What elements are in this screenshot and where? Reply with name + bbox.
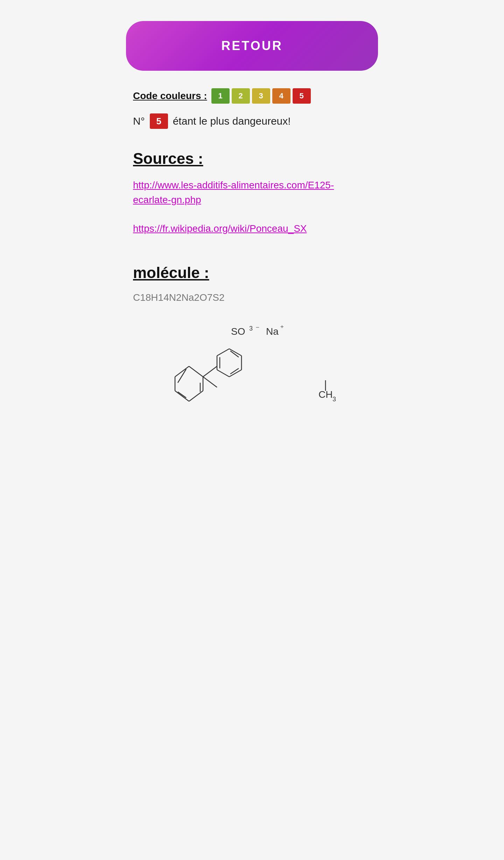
sources-section: Sources : http://www.les-additifs-alimen… — [133, 150, 371, 236]
color-boxes: 1 2 3 4 5 — [211, 88, 311, 104]
color-box-1: 1 — [211, 88, 230, 104]
svg-line-12 — [217, 349, 229, 356]
source-link-2[interactable]: https://fr.wikipedia.org/wiki/Ponceau_SX — [133, 221, 371, 236]
color-box-2: 2 — [232, 88, 250, 104]
svg-line-9 — [203, 366, 217, 377]
main-content: Code couleurs : 1 2 3 4 5 N° 5 étant le … — [119, 71, 385, 443]
color-code-section: Code couleurs : 1 2 3 4 5 — [133, 88, 371, 104]
color-box-4: 4 — [272, 88, 290, 104]
svg-line-10 — [203, 377, 217, 387]
svg-line-0 — [175, 391, 189, 401]
molecule-structure-svg: SO 3 ⁻ Na ⁺ CH 3 — [147, 317, 357, 436]
svg-text:⁺: ⁺ — [280, 324, 284, 332]
svg-line-6 — [178, 392, 186, 398]
svg-text:3: 3 — [332, 396, 336, 403]
molecule-section: molécule : C18H14N2Na2O7S2 — [133, 264, 371, 436]
retour-button[interactable]: RETOUR — [126, 21, 378, 71]
svg-text:Na: Na — [266, 326, 279, 337]
color-box-3: 3 — [252, 88, 270, 104]
sources-title: Sources : — [133, 150, 371, 167]
source-link-1[interactable]: http://www.les-additifs-alimentaires.com… — [133, 178, 371, 207]
molecule-image-container: SO 3 ⁻ Na ⁺ CH 3 — [133, 317, 371, 436]
svg-line-18 — [230, 368, 239, 374]
svg-line-5 — [189, 391, 203, 401]
danger-badge: 5 — [150, 113, 168, 129]
svg-text:3: 3 — [249, 325, 253, 332]
svg-line-16 — [217, 370, 229, 377]
danger-prefix: N° — [133, 115, 145, 127]
svg-text:⁻: ⁻ — [255, 324, 260, 333]
svg-text:SO: SO — [231, 326, 245, 337]
molecule-title: molécule : — [133, 264, 371, 282]
svg-line-3 — [189, 366, 203, 377]
molecule-formula: C18H14N2Na2O7S2 — [133, 292, 371, 303]
danger-suffix: étant le plus dangeureux! — [173, 115, 291, 127]
color-code-label: Code couleurs : — [133, 90, 207, 102]
danger-text: N° 5 étant le plus dangeureux! — [133, 113, 371, 129]
color-box-5: 5 — [293, 88, 311, 104]
